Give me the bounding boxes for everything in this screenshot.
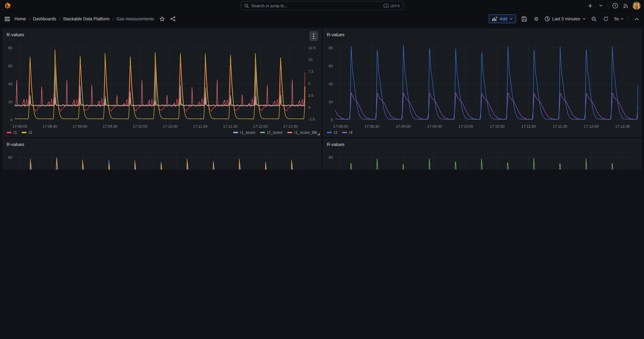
legend-swatch bbox=[327, 132, 332, 133]
x-tick-label: 17:10:00 bbox=[133, 124, 148, 128]
timeseries-chart[interactable]: 17:08:0017:08:3017:09:0017:09:3017:10:00… bbox=[3, 150, 320, 170]
grafana-logo-icon[interactable] bbox=[4, 2, 11, 9]
legend-item-r3[interactable]: r3 bbox=[327, 130, 337, 134]
top-navbar: Search or jump to... ctrl+k bbox=[0, 0, 644, 12]
legend-label: r2_score bbox=[267, 130, 283, 134]
x-tick-label: 17:11:30 bbox=[223, 124, 238, 128]
panel-title[interactable]: R-values bbox=[6, 142, 24, 147]
legend-item-r1_score_lttb[interactable]: r1_score_lttb bbox=[287, 130, 317, 134]
timeseries-chart[interactable]: 17:08:0017:08:3017:09:0017:09:3017:10:00… bbox=[324, 150, 641, 170]
series-r2 bbox=[15, 50, 305, 119]
y-tick-label: 40 bbox=[328, 82, 333, 86]
x-tick-label: 17:08:00 bbox=[333, 124, 348, 128]
y-tick-label: 60 bbox=[8, 64, 12, 68]
grafana-app: Search or jump to... ctrl+k bbox=[0, 0, 644, 170]
legend-swatch bbox=[233, 132, 238, 133]
keyboard-shortcut: ctrl+k bbox=[384, 4, 400, 8]
new-menu-chevron[interactable] bbox=[597, 2, 605, 10]
x-tick-label: 17:08:30 bbox=[42, 124, 57, 128]
x-tick-label: 17:08:30 bbox=[364, 124, 379, 128]
rss-icon bbox=[623, 3, 628, 8]
share-button[interactable] bbox=[169, 15, 177, 22]
chevron-down-icon bbox=[620, 18, 624, 20]
breadcrumb-dashboards[interactable]: Dashboards bbox=[33, 16, 56, 21]
legend-label: r2 bbox=[29, 130, 32, 134]
refresh-button[interactable] bbox=[602, 15, 610, 22]
legend-label: r1_score_lttb bbox=[294, 130, 317, 134]
timeseries-chart[interactable]: 17:08:0017:08:3017:09:0017:09:3017:10:00… bbox=[3, 40, 320, 130]
panel-title[interactable]: R-values bbox=[327, 142, 344, 147]
legend-item-r2_score[interactable]: r2_score bbox=[260, 130, 283, 134]
y-tick-label: 20 bbox=[328, 100, 333, 104]
y-tick-label-right: 12.5 bbox=[308, 46, 316, 50]
y-tick-label: 40 bbox=[8, 82, 12, 86]
collapse-toolbar-button[interactable] bbox=[633, 15, 640, 22]
y-tick-label-right: 7.5 bbox=[308, 69, 314, 74]
y-tick-label: 80 bbox=[8, 155, 12, 160]
refresh-interval-picker[interactable]: 5s bbox=[614, 16, 624, 21]
divider bbox=[628, 16, 628, 22]
panel-r-values-1: R-values 17:08:0017:08:3017:09:0017:09:3… bbox=[3, 29, 321, 137]
dashboard-settings-button[interactable]: ⚙ bbox=[532, 15, 540, 22]
favorite-button[interactable] bbox=[158, 15, 166, 22]
news-button[interactable] bbox=[622, 2, 630, 10]
y-tick-label: 80 bbox=[8, 46, 12, 50]
add-button[interactable]: Add bbox=[489, 14, 516, 23]
legend-swatch bbox=[287, 132, 292, 133]
search-icon bbox=[244, 3, 249, 8]
kebab-icon bbox=[313, 33, 314, 39]
y-tick-label: 0 bbox=[10, 118, 12, 122]
legend-swatch bbox=[22, 132, 26, 133]
y-tick-label: 0 bbox=[330, 118, 333, 122]
save-icon bbox=[521, 16, 527, 22]
x-tick-label: 17:08:00 bbox=[12, 124, 27, 128]
y-tick-label: 20 bbox=[8, 100, 12, 104]
mega-menu-button[interactable] bbox=[4, 15, 11, 22]
x-tick-label: 17:09:00 bbox=[396, 124, 410, 128]
question-circle-icon: ? bbox=[612, 3, 618, 9]
panel-resize-handle[interactable] bbox=[317, 133, 320, 135]
legend-item-r4[interactable]: r4 bbox=[342, 130, 352, 134]
y-tick-label-right: 5 bbox=[308, 82, 310, 86]
user-avatar[interactable] bbox=[632, 2, 640, 10]
breadcrumb-separator: › bbox=[29, 16, 30, 21]
series-r2_score bbox=[15, 68, 305, 106]
x-tick-label: 17:12:00 bbox=[584, 124, 599, 128]
legend-swatch bbox=[6, 132, 12, 133]
hamburger-icon bbox=[4, 17, 10, 21]
legend-label: r4 bbox=[349, 130, 352, 134]
x-tick-label: 17:10:30 bbox=[163, 124, 178, 128]
legend-item-r2[interactable]: r2 bbox=[22, 130, 32, 134]
panel-title[interactable]: R-values bbox=[327, 32, 344, 37]
x-tick-label: 17:12:30 bbox=[283, 124, 298, 128]
y-tick-label: 80 bbox=[328, 155, 333, 160]
legend-label: r3 bbox=[334, 130, 337, 134]
zoom-out-button[interactable] bbox=[590, 15, 598, 22]
panel-title[interactable]: R-values bbox=[6, 32, 24, 37]
panel-legend: r3r4 bbox=[324, 130, 641, 136]
legend-label: r1_score bbox=[240, 130, 256, 134]
zoom-out-icon bbox=[591, 16, 597, 22]
legend-swatch bbox=[260, 132, 265, 133]
x-tick-label: 17:11:00 bbox=[521, 124, 536, 128]
time-range-picker[interactable]: Last 5 minutes bbox=[544, 16, 586, 22]
search-input[interactable]: Search or jump to... ctrl+k bbox=[240, 1, 404, 10]
add-panel-icon bbox=[492, 16, 498, 21]
series-r6 bbox=[15, 159, 318, 170]
chevron-down-icon bbox=[509, 18, 512, 20]
new-button[interactable] bbox=[586, 2, 594, 10]
panel-menu-button[interactable] bbox=[309, 31, 318, 41]
y-tick-label-right: 0 bbox=[308, 105, 310, 110]
breadcrumb-folder[interactable]: Stackable Data Platform bbox=[63, 16, 110, 21]
save-dashboard-button[interactable] bbox=[520, 15, 528, 22]
timeseries-chart[interactable]: 17:08:0017:08:3017:09:0017:09:3017:10:00… bbox=[324, 40, 641, 130]
breadcrumb-home[interactable]: Home bbox=[14, 16, 26, 21]
legend-item-r1_score[interactable]: r1_score bbox=[233, 130, 256, 134]
panel-r-values-4: R-values 17:08:0017:08:3017:09:0017:09:3… bbox=[323, 139, 641, 170]
legend-label: r1 bbox=[14, 130, 17, 134]
legend-swatch bbox=[342, 132, 347, 133]
help-button[interactable]: ? bbox=[611, 2, 619, 10]
legend-item-r1[interactable]: r1 bbox=[6, 130, 17, 134]
dashboard-toolbar: Home › Dashboards › Stackable Data Platf… bbox=[0, 12, 644, 26]
star-icon bbox=[159, 16, 165, 22]
